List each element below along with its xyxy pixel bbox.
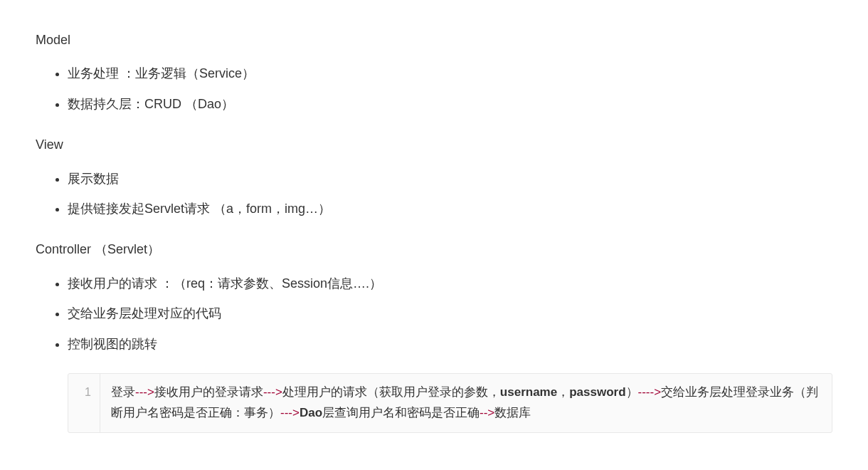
view-list: 展示数据 提供链接发起Servlet请求 （a，form，img…） [36, 167, 832, 221]
code-keyword: password [569, 385, 625, 399]
code-text: 接收用户的登录请求 [154, 385, 263, 399]
list-item: 展示数据 [68, 167, 832, 190]
code-text: 层查询用户名和密码是否正确 [322, 406, 480, 419]
code-arrow: ---> [263, 385, 282, 399]
code-text: 数据库 [494, 406, 531, 419]
code-block: 1 登录--->接收用户的登录请求--->处理用户的请求（获取用户登录的参数，u… [68, 373, 832, 433]
list-item: 接收用户的请求 ：（req：请求参数、Session信息….） [68, 272, 832, 295]
controller-list: 接收用户的请求 ：（req：请求参数、Session信息….） 交给业务层处理对… [36, 272, 832, 355]
code-arrow: ----> [638, 385, 662, 399]
list-item: 交给业务层处理对应的代码 [68, 302, 832, 325]
list-item: 提供链接发起Servlet请求 （a，form，img…） [68, 197, 832, 220]
controller-heading: Controller （Servlet） [36, 238, 832, 261]
view-heading: View [36, 133, 832, 156]
code-text: ， [557, 385, 569, 399]
code-text: ） [626, 385, 638, 399]
code-arrow: ---> [280, 406, 300, 419]
code-content: 登录--->接收用户的登录请求--->处理用户的请求（获取用户登录的参数，use… [100, 374, 832, 432]
list-item: 业务处理 ：业务逻辑（Service） [68, 62, 832, 85]
code-arrow: --> [480, 406, 494, 419]
line-number: 1 [68, 374, 100, 432]
code-text: 登录 [111, 385, 135, 399]
list-item: 数据持久层：CRUD （Dao） [68, 93, 832, 115]
code-text: 处理用户的请求（获取用户登录的参数， [282, 385, 500, 399]
model-list: 业务处理 ：业务逻辑（Service） 数据持久层：CRUD （Dao） [36, 62, 832, 115]
model-heading: Model [36, 28, 832, 51]
code-arrow: ---> [135, 385, 154, 399]
code-keyword: username [500, 385, 557, 399]
code-keyword: Dao [300, 406, 322, 419]
list-item: 控制视图的跳转 [68, 333, 832, 355]
